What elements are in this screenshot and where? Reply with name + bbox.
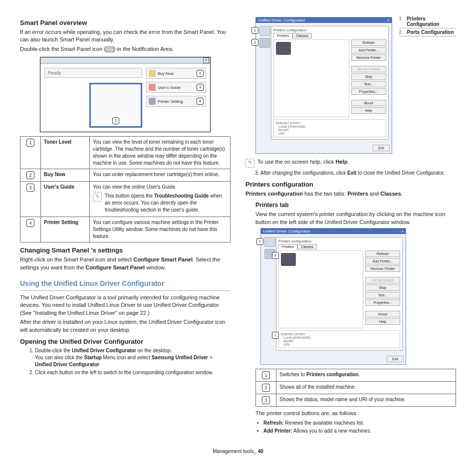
tab-classes[interactable]: Classes: [297, 244, 317, 249]
printer-setting-button[interactable]: Printer Setting4: [146, 96, 206, 107]
help-button[interactable]: Help: [365, 318, 400, 325]
printer-icon: [149, 98, 156, 105]
list-item: Double-click the Unified Driver Configur…: [35, 347, 231, 368]
legend: 1Printers Configuration 2Ports Configura…: [399, 15, 456, 37]
printer-icon[interactable]: [276, 42, 291, 55]
note-icon: ✎: [245, 159, 254, 168]
users-guide-button[interactable]: User's Guide3: [146, 82, 206, 93]
unified-configurator-window: Unified Driver Configurator× 1 2 Printer…: [255, 17, 392, 154]
close-icon[interactable]: ×: [387, 18, 390, 22]
para: Double-click the Smart Panel icon () in …: [20, 45, 231, 53]
refresh-button[interactable]: Refresh: [351, 39, 386, 46]
list-item: Add Printer: Allows you to add a new mac…: [263, 428, 456, 435]
printer-list[interactable]: 2: [278, 250, 363, 328]
tab-printers[interactable]: Printers: [273, 33, 292, 38]
cart-icon: [149, 70, 156, 77]
add-printer-button[interactable]: Add Printer...: [365, 258, 400, 264]
tray-icon: [106, 46, 114, 52]
right-column: Unified Driver Configurator× 1 2 Printer…: [245, 15, 456, 437]
stop-button[interactable]: Stop: [365, 284, 400, 291]
steps-list: After changing the configurations, click…: [245, 170, 456, 177]
heading-smart-panel: Smart Panel overview: [20, 19, 231, 26]
printers-config-icon[interactable]: [264, 237, 275, 247]
book-icon: [149, 84, 156, 91]
properties-button[interactable]: Properties...: [351, 88, 386, 95]
printer-preview: 1: [89, 83, 142, 128]
note-icon: ✎: [93, 193, 102, 202]
selected-printer-info: Selected printer:Local printer(Idle)Mode…: [273, 119, 386, 137]
list-item: Click each button on the left to switch …: [35, 369, 231, 376]
printer-list[interactable]: [273, 39, 349, 117]
test-button[interactable]: Test...: [351, 81, 386, 87]
bullet-list: Refresh: Renews the available machines l…: [245, 420, 456, 435]
properties-button[interactable]: Properties...: [365, 299, 400, 306]
help-button[interactable]: Help: [351, 107, 386, 114]
selected-printer-info: 3 Selected printer:Local printer(Idle)Mo…: [278, 330, 400, 348]
heading-printers-tab: Printers tab: [255, 202, 456, 209]
buy-now-button[interactable]: Buy Now2: [146, 68, 206, 79]
close-icon[interactable]: ×: [203, 57, 209, 63]
para: The Unified Driver Configurator is a too…: [20, 294, 231, 317]
heading-opening: Opening the Unified Driver Configurator: [20, 338, 231, 345]
heading-printers-config: Printers configuration: [245, 181, 456, 188]
heading-using: Using the Unified Linux Driver Configura…: [20, 279, 231, 287]
list-item: Refresh: Renews the available machines l…: [263, 420, 456, 427]
printers-tab-table: 1Switches to Printers configuration. 2Sh…: [255, 369, 456, 407]
steps-list: Double-click the Unified Driver Configur…: [20, 347, 231, 376]
refresh-button[interactable]: Refresh: [365, 250, 400, 257]
printers-config-icon[interactable]: [259, 26, 270, 36]
remove-printer-button[interactable]: Remove Printer: [351, 54, 386, 61]
stop-button[interactable]: Stop: [351, 73, 386, 80]
exit-button[interactable]: Exit: [387, 356, 404, 362]
para: If an error occurs while operating, you …: [20, 28, 231, 44]
para: Right-click on the Smart Panel icon and …: [20, 256, 231, 271]
printer-icon[interactable]: [281, 253, 296, 266]
page-footer: Management tools_ 40: [20, 449, 456, 454]
ports-config-icon[interactable]: [259, 38, 270, 48]
remove-printer-button[interactable]: Remove Printer: [365, 265, 400, 272]
about-button[interactable]: About: [365, 311, 400, 317]
set-default-button[interactable]: Set as Default: [365, 277, 400, 283]
status-ready: Ready: [44, 68, 142, 78]
add-printer-button[interactable]: Add Printer...: [351, 47, 386, 53]
smart-panel-window: × Ready 1 Buy Now2 User's Guide3 Printer…: [40, 57, 211, 132]
test-button[interactable]: Test...: [365, 292, 400, 298]
para: The printer control buttons are, as foll…: [255, 410, 456, 417]
exit-button[interactable]: Exit: [373, 145, 390, 151]
para: After the driver is installed on your Li…: [20, 318, 231, 334]
tab-printers[interactable]: Printers: [278, 244, 297, 249]
tab-classes[interactable]: Classes: [292, 33, 312, 38]
set-default-button[interactable]: Set as Default: [351, 66, 386, 72]
about-button[interactable]: About: [351, 100, 386, 106]
para: Printers configuration has the two tabs:…: [245, 190, 456, 198]
list-item: After changing the configurations, click…: [260, 170, 456, 177]
heading-changing: Changing Smart Panel 's settings: [20, 246, 231, 254]
para: View the current system's printer config…: [255, 211, 456, 226]
close-icon[interactable]: ×: [401, 229, 404, 234]
left-column: Smart Panel overview If an error occurs …: [20, 15, 231, 437]
unified-configurator-window-2: Unified Driver Configurator× 1 Printers …: [260, 228, 406, 365]
smart-panel-table: 1Toner LevelYou can view the level of to…: [20, 136, 231, 242]
